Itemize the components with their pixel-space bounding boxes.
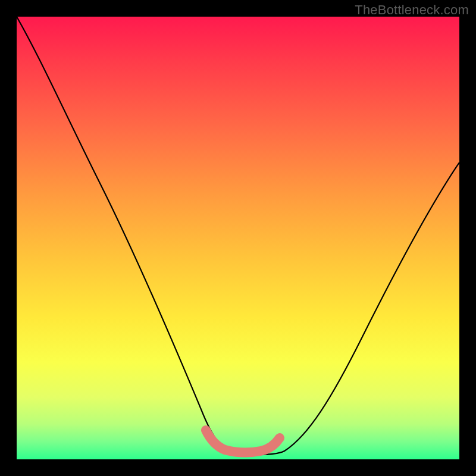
optimal-zone-highlight bbox=[206, 430, 280, 453]
chart-plot-area bbox=[17, 17, 459, 459]
curve-right-branch bbox=[255, 162, 459, 455]
curve-left-branch bbox=[17, 17, 237, 454]
watermark-text: TheBottleneck.com bbox=[355, 2, 469, 18]
bottleneck-curve bbox=[17, 17, 459, 459]
